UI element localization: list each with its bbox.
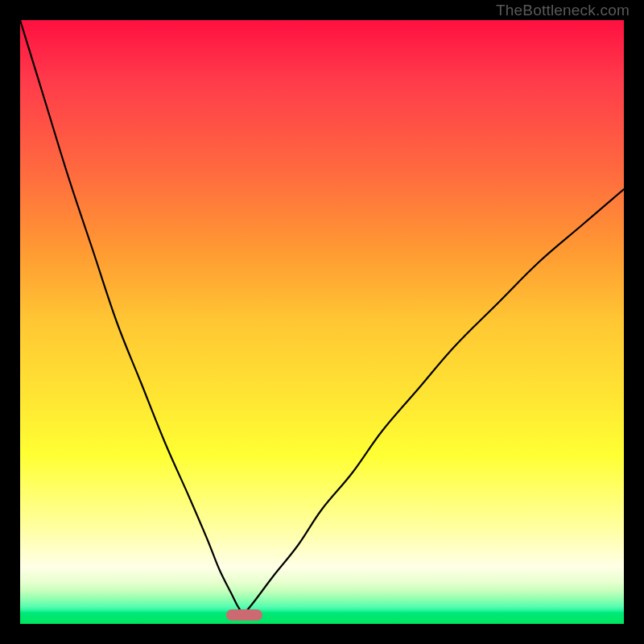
right-branch-path (244, 189, 625, 615)
plot-area (20, 20, 624, 624)
watermark-text: TheBottleneck.com (496, 2, 630, 19)
vertex-marker (226, 609, 262, 621)
left-branch-path (20, 20, 244, 615)
bottleneck-curve (20, 20, 624, 624)
chart-frame: TheBottleneck.com (0, 0, 644, 644)
